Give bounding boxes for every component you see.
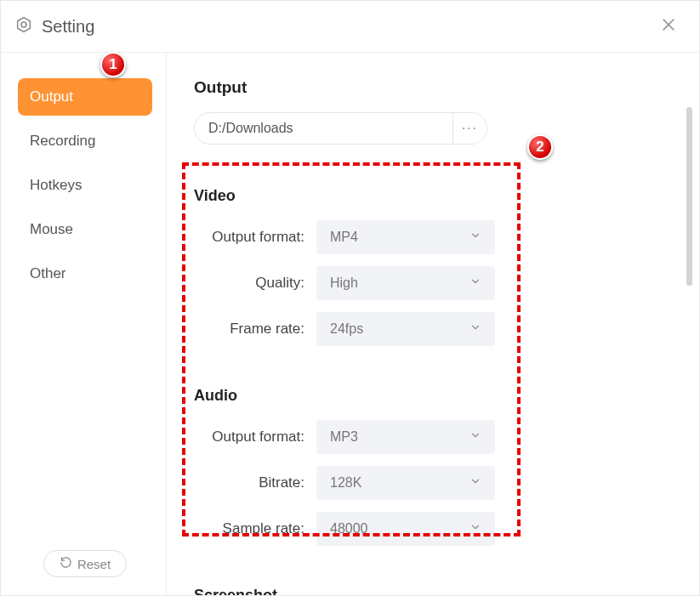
header-left: Setting	[14, 15, 94, 37]
refresh-icon	[60, 556, 72, 571]
browse-button[interactable]: ···	[452, 113, 487, 144]
video-section: Video Output format: MP4 Quality: High	[194, 187, 672, 346]
chevron-down-icon	[470, 230, 481, 245]
audio-samplerate-value: 48000	[330, 521, 368, 536]
gear-icon	[14, 15, 33, 37]
window-title: Setting	[42, 17, 94, 37]
audio-samplerate-row: Sample rate: 48000	[194, 512, 672, 546]
chevron-down-icon	[470, 321, 481, 337]
video-format-row: Output format: MP4	[194, 220, 672, 254]
audio-format-value: MP3	[330, 429, 358, 445]
video-heading: Video	[194, 187, 672, 205]
audio-bitrate-row: Bitrate: 128K	[194, 466, 672, 500]
main-panel: Output ··· Video Output format: MP4 Qual…	[167, 53, 699, 596]
sidebar-item-other[interactable]: Other	[18, 255, 152, 292]
screenshot-heading: Screenshot	[194, 587, 672, 596]
sidebar-item-output[interactable]: Output	[18, 78, 152, 116]
audio-format-select[interactable]: MP3	[316, 420, 495, 454]
sidebar-item-hotkeys[interactable]: Hotkeys	[18, 167, 152, 204]
output-heading: Output	[194, 78, 672, 97]
video-format-value: MP4	[330, 230, 358, 245]
video-quality-row: Quality: High	[194, 266, 672, 300]
nav-list: Output Recording Hotkeys Mouse Other	[18, 78, 152, 292]
video-format-select[interactable]: MP4	[316, 220, 495, 254]
audio-section: Audio Output format: MP3 Bitrate: 128K	[194, 387, 672, 546]
video-framerate-row: Frame rate: 24fps	[194, 312, 672, 346]
chevron-down-icon	[470, 429, 481, 445]
svg-marker-0	[18, 18, 31, 32]
audio-bitrate-select[interactable]: 128K	[316, 466, 495, 500]
output-path-field: ···	[194, 112, 487, 145]
svg-point-1	[21, 22, 26, 27]
chevron-down-icon	[470, 521, 481, 536]
chevron-down-icon	[470, 475, 481, 491]
audio-heading: Audio	[194, 387, 672, 405]
sidebar-item-recording[interactable]: Recording	[18, 122, 152, 160]
close-button[interactable]	[657, 13, 680, 40]
audio-bitrate-label: Bitrate:	[194, 474, 304, 491]
audio-format-label: Output format:	[194, 429, 304, 446]
sidebar-item-mouse[interactable]: Mouse	[18, 211, 152, 248]
video-quality-value: High	[330, 275, 358, 291]
reset-label: Reset	[77, 557, 111, 571]
scrollbar[interactable]	[686, 107, 692, 286]
video-quality-label: Quality:	[194, 275, 304, 292]
chevron-down-icon	[470, 275, 481, 291]
sidebar: Output Recording Hotkeys Mouse Other Res…	[1, 53, 167, 596]
audio-samplerate-select[interactable]: 48000	[316, 512, 495, 546]
video-framerate-select[interactable]: 24fps	[316, 312, 495, 346]
output-path-input[interactable]	[195, 114, 452, 143]
video-framerate-label: Frame rate:	[194, 321, 304, 338]
reset-button[interactable]: Reset	[43, 550, 127, 577]
audio-format-row: Output format: MP3	[194, 420, 672, 454]
title-bar: Setting	[1, 1, 699, 53]
audio-samplerate-label: Sample rate:	[194, 520, 304, 537]
video-framerate-value: 24fps	[330, 321, 363, 337]
video-quality-select[interactable]: High	[316, 266, 495, 300]
audio-bitrate-value: 128K	[330, 475, 361, 491]
video-format-label: Output format:	[194, 229, 304, 246]
